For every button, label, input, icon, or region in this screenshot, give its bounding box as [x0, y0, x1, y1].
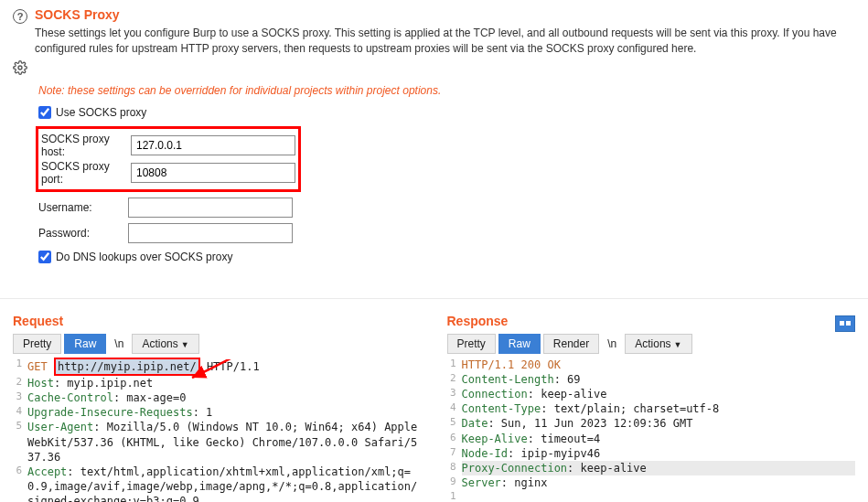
response-raw[interactable]: 1HTTP/1.1 200 OK 2Content-Length: 693Con…	[447, 358, 856, 502]
request-panel: Request Pretty Raw \n Actions▼ 1GET http…	[13, 314, 422, 502]
gear-icon[interactable]	[13, 60, 27, 75]
tab-raw-resp[interactable]: Raw	[498, 334, 541, 354]
tab-newline[interactable]: \n	[109, 335, 129, 353]
dns-label: Do DNS lookups over SOCKS proxy	[56, 251, 232, 263]
tab-pretty[interactable]: Pretty	[13, 334, 61, 354]
host-input[interactable]	[131, 135, 295, 155]
response-panel: Response Pretty Raw Render \n Actions▼ 1…	[447, 314, 856, 502]
use-socks-label: Use SOCKS proxy	[56, 106, 146, 119]
tab-render-resp[interactable]: Render	[543, 334, 599, 354]
layout-toggle-button[interactable]	[835, 315, 855, 332]
tab-actions[interactable]: Actions▼	[132, 334, 198, 354]
port-input[interactable]	[131, 163, 295, 183]
override-note: Note: these settings can be overridden f…	[38, 84, 855, 97]
tab-raw[interactable]: Raw	[64, 334, 106, 354]
help-icon[interactable]: ?	[13, 9, 27, 24]
username-label: Username:	[38, 201, 123, 214]
dns-checkbox[interactable]	[38, 251, 51, 263]
svg-point-0	[18, 66, 22, 69]
request-title: Request	[13, 314, 422, 328]
section-title: SOCKS Proxy	[35, 7, 855, 22]
request-raw[interactable]: 1GET http://myip.ipip.net/ HTTP/1.1 2Hos…	[13, 358, 422, 502]
password-input[interactable]	[128, 223, 293, 243]
request-tabs: Pretty Raw \n Actions▼	[13, 334, 422, 354]
response-tabs: Pretty Raw Render \n Actions▼	[447, 334, 856, 354]
chevron-down-icon: ▼	[181, 340, 189, 349]
tab-newline-resp[interactable]: \n	[602, 335, 622, 353]
use-socks-checkbox[interactable]	[38, 106, 51, 119]
port-label: SOCKS proxy port:	[41, 160, 125, 186]
section-description: These settings let you configure Burp to…	[35, 26, 855, 57]
response-title: Response	[447, 314, 509, 328]
host-label: SOCKS proxy host:	[41, 133, 125, 158]
username-input[interactable]	[128, 198, 293, 218]
chevron-down-icon: ▼	[674, 340, 682, 349]
tab-pretty-resp[interactable]: Pretty	[447, 334, 496, 354]
divider	[0, 298, 868, 299]
socks-proxy-panel: ? SOCKS Proxy These settings let you con…	[0, 0, 868, 283]
tab-actions-resp[interactable]: Actions▼	[625, 334, 691, 354]
request-url-highlight: http://myip.ipip.net/	[54, 358, 200, 376]
password-label: Password:	[38, 227, 123, 240]
